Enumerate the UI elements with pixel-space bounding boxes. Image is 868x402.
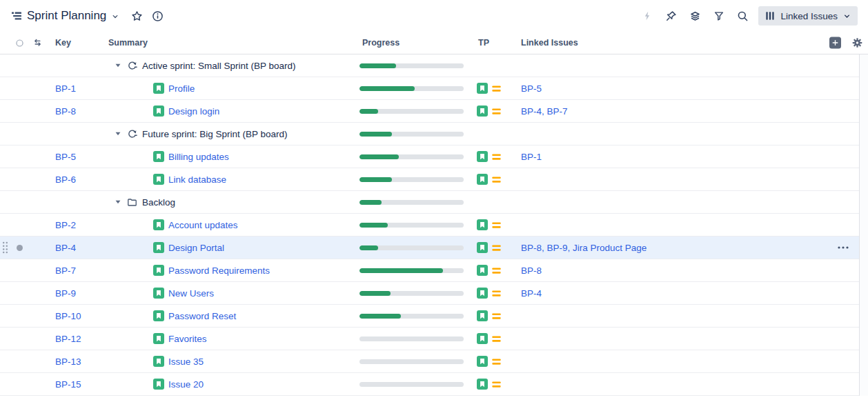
issue-key-link[interactable]: BP-15 [55, 379, 81, 390]
story-icon [153, 174, 164, 185]
group-row[interactable]: Active sprint: Small Sprint (BP board) [0, 54, 859, 77]
issue-summary-link[interactable]: Link database [168, 174, 226, 185]
issue-key-link[interactable]: BP-9 [55, 288, 76, 299]
collapse-triangle-icon[interactable] [115, 62, 121, 69]
swap-arrows-icon [29, 32, 46, 54]
issue-key-link[interactable]: BP-13 [55, 356, 81, 367]
table-row[interactable]: BP-1 Profile [0, 77, 859, 100]
story-icon [153, 83, 164, 94]
story-icon [153, 288, 164, 299]
priority-medium-icon [491, 311, 502, 321]
group-label: Active sprint: Small Sprint (BP board) [142, 61, 296, 71]
grid-body: Active sprint: Small Sprint (BP board) B… [0, 54, 859, 396]
progress-bar [359, 359, 464, 364]
issue-summary-link[interactable]: New Users [168, 288, 214, 299]
progress-bar [359, 154, 464, 159]
issue-key-link[interactable]: BP-7 [55, 265, 76, 276]
columns-icon [765, 11, 775, 21]
story-type-icon [477, 333, 488, 344]
table-row[interactable]: BP-15 Issue 20 [0, 373, 859, 396]
group-row[interactable]: Future sprint: Big Sprint (BP board) [0, 123, 859, 145]
story-type-icon [477, 310, 488, 321]
issue-key-link[interactable]: BP-8 [55, 106, 76, 117]
issue-key-link[interactable]: BP-12 [55, 334, 81, 344]
chevron-down-icon[interactable] [111, 12, 119, 21]
collapse-triangle-icon[interactable] [115, 199, 121, 205]
table-row[interactable]: BP-13 Issue 35 [0, 350, 859, 373]
view-selector-button[interactable]: Linked Issues [758, 6, 858, 26]
issue-summary-link[interactable]: Profile [168, 83, 195, 94]
table-row[interactable]: BP-6 Link database [0, 168, 859, 191]
drag-handle-icon[interactable] [1, 241, 9, 254]
group-row[interactable]: Backlog [0, 191, 859, 214]
grid-header: Key Summary Progress TP Linked Issues [0, 32, 868, 54]
gear-icon[interactable] [852, 38, 862, 48]
issue-summary-link[interactable]: Issue 35 [168, 356, 204, 367]
table-row[interactable]: BP-5 Billing updates [0, 145, 859, 168]
priority-medium-icon [491, 288, 502, 299]
progress-bar [359, 132, 464, 137]
more-actions-icon[interactable] [837, 245, 849, 250]
column-header-progress[interactable]: Progress [362, 38, 400, 48]
info-icon[interactable] [152, 10, 164, 22]
issue-summary-link[interactable]: Password Requirements [168, 265, 270, 276]
issue-key-link[interactable]: BP-10 [55, 311, 81, 321]
pin-icon[interactable] [665, 10, 677, 22]
layers-icon[interactable] [689, 10, 701, 22]
page-title[interactable]: Sprint Planning [27, 9, 106, 23]
issue-summary-link[interactable]: Password Reset [168, 311, 236, 321]
linked-issues-links[interactable]: BP-8, BP-9, Jira Product Page [521, 243, 647, 253]
table-row[interactable]: BP-10 Password Reset [0, 305, 859, 328]
story-type-icon [477, 379, 488, 390]
issue-key-link[interactable]: BP-4 [55, 243, 76, 253]
issue-summary-link[interactable]: Design Portal [168, 243, 224, 253]
selected-indicator-dot [17, 245, 23, 251]
issue-summary-link[interactable]: Design login [168, 106, 219, 117]
table-row[interactable]: BP-7 Password Requirements [0, 259, 859, 282]
table-row[interactable]: BP-12 Favorites [0, 328, 859, 350]
issue-key-link[interactable]: BP-2 [55, 220, 76, 230]
linked-issues-links[interactable]: BP-5 [521, 83, 542, 94]
issue-summary-link[interactable]: Billing updates [168, 152, 229, 162]
table-row[interactable]: BP-4 Design Portal [0, 237, 859, 259]
priority-medium-icon [491, 174, 502, 185]
linked-issues-links[interactable]: BP-4, BP-7 [521, 106, 568, 117]
linked-issues-links[interactable]: BP-1 [521, 152, 542, 162]
collapse-triangle-icon[interactable] [115, 130, 121, 137]
progress-bar [359, 200, 464, 205]
search-icon[interactable] [737, 10, 749, 22]
add-column-button[interactable] [829, 37, 841, 49]
progress-bar [359, 336, 464, 341]
story-icon [153, 242, 164, 253]
story-icon [153, 265, 164, 276]
table-row[interactable]: BP-2 Account updates [0, 214, 859, 237]
column-header-linked-issues[interactable]: Linked Issues [521, 38, 578, 48]
issue-key-link[interactable]: BP-1 [55, 83, 76, 94]
table-row[interactable]: BP-8 Design login [0, 100, 859, 123]
column-header-summary[interactable]: Summary [108, 38, 148, 48]
priority-medium-icon [491, 152, 502, 162]
structure-logo-icon [11, 10, 22, 21]
table-row[interactable]: BP-9 New Users [0, 282, 859, 305]
story-type-icon [477, 174, 488, 185]
column-header-key[interactable]: Key [55, 38, 71, 48]
folder-icon [127, 197, 137, 208]
linked-issues-links[interactable]: BP-8 [521, 265, 542, 276]
story-icon [153, 379, 164, 390]
priority-medium-icon [491, 379, 502, 390]
issue-key-link[interactable]: BP-5 [55, 152, 76, 162]
story-icon [153, 310, 164, 321]
story-type-icon [477, 242, 488, 253]
issue-key-link[interactable]: BP-6 [55, 174, 76, 185]
issue-summary-link[interactable]: Account updates [168, 220, 238, 230]
group-label: Future sprint: Big Sprint (BP board) [142, 129, 288, 139]
star-icon[interactable] [131, 10, 143, 22]
select-all-circle-icon[interactable] [10, 32, 29, 54]
progress-bar [359, 268, 464, 273]
column-header-tp[interactable]: TP [478, 38, 489, 48]
issue-summary-link[interactable]: Favorites [168, 334, 207, 344]
progress-bar [359, 291, 464, 296]
issue-summary-link[interactable]: Issue 20 [168, 379, 204, 390]
linked-issues-links[interactable]: BP-4 [521, 288, 542, 299]
filter-icon[interactable] [713, 10, 724, 21]
